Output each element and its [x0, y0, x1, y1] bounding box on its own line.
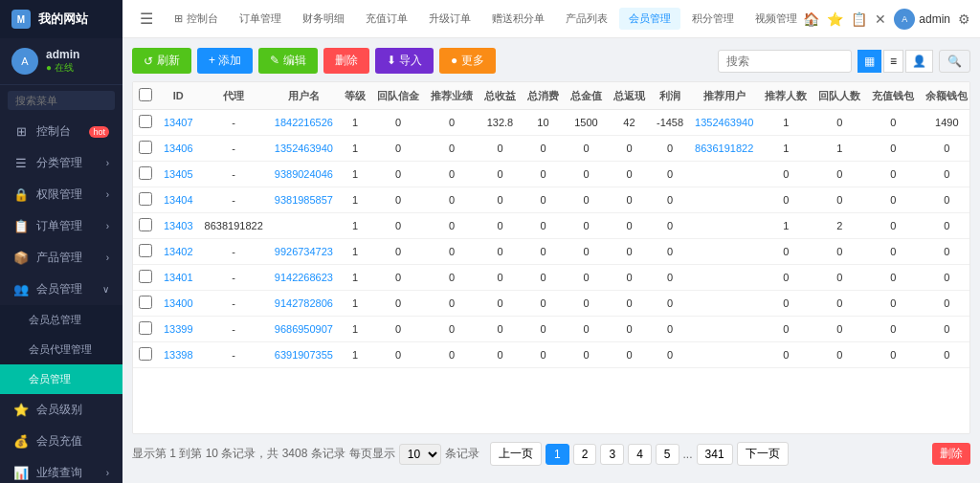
- tab-recharge-order[interactable]: 充值订单: [356, 8, 417, 30]
- sidebar-item-member-agent[interactable]: 会员代理管理: [0, 335, 122, 364]
- tab-video[interactable]: 视频管理: [746, 8, 799, 30]
- sidebar-item-performance[interactable]: 📊 业绩查询 ›: [0, 457, 122, 483]
- row-checkbox[interactable]: [133, 265, 158, 291]
- row-income: 0: [479, 136, 522, 162]
- row-checkbox[interactable]: [133, 187, 158, 213]
- row-income: 0: [479, 291, 522, 317]
- dashboard-icon: ⊞: [13, 124, 29, 139]
- grid-view-button[interactable]: ▦: [858, 50, 881, 73]
- tab-points-order[interactable]: 赠送积分单: [482, 8, 554, 30]
- row-rec-perf: 0: [425, 110, 479, 136]
- pagination: 显示第 1 到第 10 条记录，共 3408 条记录 每页显示 10 20 50…: [132, 434, 970, 473]
- row-rec-user: [689, 342, 759, 368]
- row-rec-count: 0: [759, 265, 813, 291]
- row-team-fee: 0: [371, 291, 425, 317]
- row-rec-count: 0: [759, 162, 813, 187]
- tab-order[interactable]: 订单管理: [230, 8, 291, 30]
- tab-points[interactable]: 积分管理: [682, 8, 744, 30]
- sidebar-item-order[interactable]: 📋 订单管理 ›: [0, 210, 122, 242]
- search-input[interactable]: [718, 50, 852, 73]
- row-rec-count: 1: [759, 136, 813, 162]
- row-id: 13406: [158, 136, 199, 162]
- tab-upgrade-order[interactable]: 升级订单: [419, 8, 480, 30]
- close-icon[interactable]: ✕: [875, 11, 886, 27]
- row-username: 9389024046: [269, 162, 339, 187]
- sidebar-item-category-label: 分类管理: [36, 155, 82, 171]
- home-icon[interactable]: 🏠: [803, 11, 819, 27]
- sidebar-item-member-level[interactable]: ⭐ 会员级别: [0, 394, 122, 426]
- tab-dashboard[interactable]: ⊞ 控制台: [165, 8, 228, 30]
- per-page-select[interactable]: 10 20 50: [399, 444, 441, 465]
- row-team-count: 0: [813, 317, 866, 342]
- row-rec-perf: 0: [425, 239, 479, 265]
- sidebar-item-member-manage[interactable]: 会员总管理: [0, 305, 122, 335]
- tab-product-list[interactable]: 产品列表: [556, 8, 617, 30]
- row-checkbox[interactable]: [133, 110, 158, 136]
- sidebar-item-member[interactable]: 👥 会员管理 ∨: [0, 274, 122, 305]
- row-checkbox[interactable]: [133, 317, 158, 342]
- row-checkbox[interactable]: [133, 239, 158, 265]
- row-checkbox[interactable]: [133, 162, 158, 187]
- clipboard-icon[interactable]: 📋: [851, 11, 867, 27]
- import-button[interactable]: ⬇ 导入: [375, 48, 434, 74]
- row-username: 9142268623: [269, 265, 339, 291]
- table-row: 13403 8638191822 1 0 0 0 0 0 0 0 1 2 0 0…: [133, 213, 970, 239]
- row-profit: -1458: [651, 110, 689, 136]
- delete-button[interactable]: 删除: [323, 48, 369, 74]
- row-checkbox[interactable]: [133, 136, 158, 162]
- sidebar-item-member-list[interactable]: 会员管理: [0, 364, 122, 394]
- row-checkbox[interactable]: [133, 342, 158, 368]
- settings-icon[interactable]: ⚙: [958, 11, 970, 27]
- refresh-label: 刷新: [157, 53, 180, 69]
- tab-finance[interactable]: 财务明细: [293, 8, 354, 30]
- page-4-button[interactable]: 4: [628, 444, 652, 465]
- sidebar-item-permission[interactable]: 🔒 权限管理 ›: [0, 179, 122, 210]
- sidebar-item-recharge-label: 会员充值: [36, 433, 82, 450]
- add-button[interactable]: + 添加: [197, 48, 253, 74]
- page-341-button[interactable]: 341: [697, 444, 733, 465]
- sidebar-item-dashboard[interactable]: ⊞ 控制台 hot: [0, 116, 122, 147]
- next-page-button[interactable]: 下一页: [737, 442, 789, 466]
- row-profit: 0: [651, 317, 689, 342]
- row-checkbox[interactable]: [133, 291, 158, 317]
- page-5-button[interactable]: 5: [656, 444, 679, 465]
- page-2-button[interactable]: 2: [573, 444, 597, 465]
- data-table-wrap: ID 代理 用户名 等级 回队信金 推荐业绩 总收益 总消费 总金值 总返现 利…: [132, 81, 970, 434]
- list-view-button[interactable]: ≡: [883, 50, 903, 73]
- row-rec-count: 0: [759, 187, 813, 213]
- sidebar-item-member-recharge[interactable]: 💰 会员充值: [0, 426, 122, 457]
- more-button[interactable]: ● 更多: [439, 48, 496, 74]
- star-icon[interactable]: ⭐: [827, 11, 843, 27]
- tab-member[interactable]: 会员管理: [619, 8, 680, 30]
- delete-label: 删除: [335, 53, 358, 69]
- data-table: ID 代理 用户名 等级 回队信金 推荐业绩 总收益 总消费 总金值 总返现 利…: [133, 82, 970, 368]
- select-all-checkbox[interactable]: [139, 88, 152, 101]
- prev-page-button[interactable]: 上一页: [490, 442, 542, 466]
- row-rec-count: 0: [759, 317, 813, 342]
- page-3-button[interactable]: 3: [600, 444, 624, 465]
- edit-button[interactable]: ✎ 编辑: [258, 48, 317, 74]
- row-rec-perf: 0: [425, 265, 479, 291]
- search-submit-button[interactable]: 🔍: [939, 50, 970, 73]
- row-id: 13398: [158, 342, 199, 368]
- table-row: 13399 - 9686950907 1 0 0 0 0 0 0 0 0 0 0…: [133, 317, 970, 342]
- tab-order-label: 订单管理: [239, 11, 281, 26]
- tab-finance-label: 财务明细: [302, 11, 345, 26]
- row-rec-user: 8636191822: [689, 136, 759, 162]
- refresh-button[interactable]: ↺ 刷新: [132, 48, 191, 74]
- batch-delete-button[interactable]: 删除: [932, 443, 970, 465]
- row-total-val: 0: [565, 317, 608, 342]
- row-balance-wallet: 0: [920, 213, 970, 239]
- page-1-button[interactable]: 1: [546, 444, 569, 465]
- row-total-val: 0: [565, 239, 608, 265]
- row-checkbox[interactable]: [133, 213, 158, 239]
- row-total-val: 0: [565, 265, 608, 291]
- menu-toggle-button[interactable]: ☰: [132, 6, 161, 32]
- row-consume: 0: [522, 265, 565, 291]
- admin-menu[interactable]: A admin: [894, 9, 950, 30]
- detail-view-button[interactable]: 👤: [905, 50, 933, 73]
- sidebar-item-category[interactable]: ☰ 分类管理 ›: [0, 147, 122, 179]
- row-team-count: 0: [813, 265, 866, 291]
- sidebar-item-product[interactable]: 📦 产品管理 ›: [0, 242, 122, 274]
- sidebar-search-input[interactable]: [8, 91, 115, 110]
